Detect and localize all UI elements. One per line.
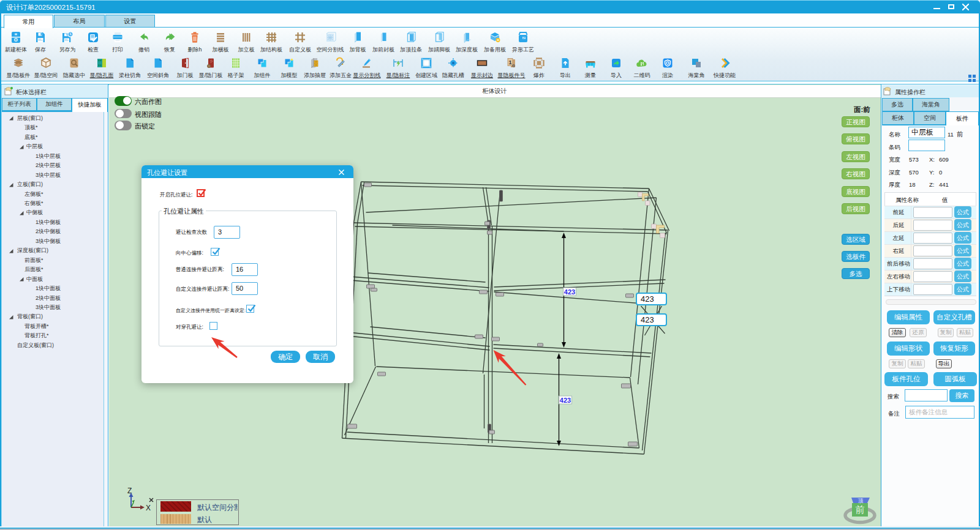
svg-text:1: 1 — [508, 59, 511, 65]
svg-text:前: 前 — [856, 504, 865, 515]
svg-text:顶: 顶 — [858, 498, 864, 504]
svg-text:423: 423 — [564, 288, 575, 296]
svg-text:423: 423 — [559, 397, 570, 404]
svg-text:X: X — [146, 504, 151, 512]
